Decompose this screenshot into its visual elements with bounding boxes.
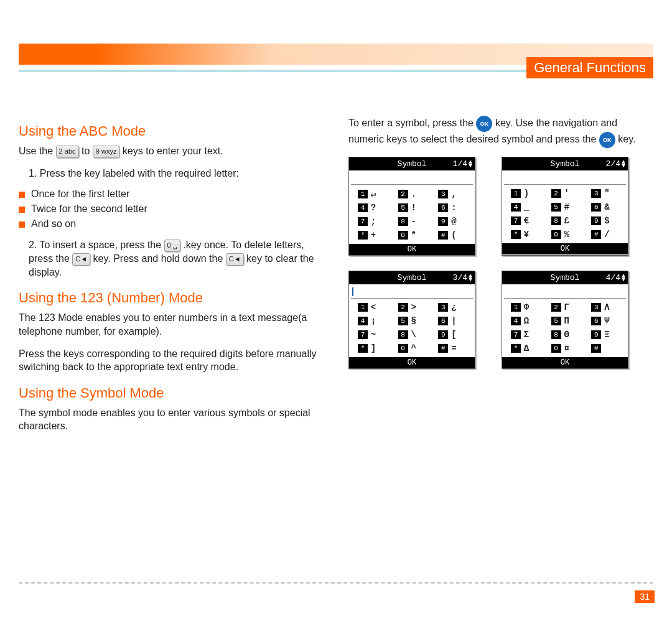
symbol-glyph: _ [523, 202, 530, 212]
symbol-glyph: ] [370, 343, 376, 353]
key-label: 6 [591, 203, 601, 212]
symbol-table-input [504, 172, 626, 185]
symbol-table-2: Symbol2/4▲▼1)2'3"4_5#6&7€8£9$*¥0%#/OK [502, 157, 628, 256]
abc-step2-c: key. Press and hold down the [93, 253, 226, 264]
symbol-table-grid: 1↵2.3,4?5!6:7;8-9@*+0*#( [349, 189, 475, 244]
key-clear-icon: C◄ [72, 253, 90, 266]
key-label: # [438, 344, 448, 353]
key-label: 1 [511, 303, 521, 312]
abc-bullet-1: Once for the first letter [19, 189, 324, 200]
symbol-table-3: Symbol3/4▲▼1<2>3¿4¡5§6|7~8\9[*]0^#=OK [348, 271, 475, 369]
symbol-cell: # [585, 343, 625, 353]
abc-mode-heading: Using the ABC Mode [19, 123, 324, 139]
sym-mode-p1: The symbol mode enables you to enter var… [19, 406, 324, 433]
abc-bullet-3: And so on [19, 218, 324, 230]
symbol-table-ok-label: OK [502, 243, 628, 254]
sym-r-a: To enter a symbol, press the [348, 118, 476, 128]
page-footer: 31 [19, 582, 653, 603]
symbol-cell: 4? [352, 203, 392, 213]
symbol-cell: 1< [352, 302, 392, 312]
symbol-glyph: / [604, 230, 610, 240]
symbol-table-ok-label: OK [349, 244, 475, 255]
symbol-cell: 2Γ [545, 302, 586, 312]
key-label: 2 [398, 303, 408, 312]
symbol-cell: 5# [545, 202, 586, 212]
symbol-cell: 3" [585, 189, 625, 198]
key-label: 5 [398, 203, 408, 212]
symbol-tables: Symbol1/4▲▼1↵2.3,4?5!6:7;8-9@*+0*#(OKSym… [348, 157, 653, 369]
page-number: 31 [635, 590, 655, 603]
left-column: Using the ABC Mode Use the 2 abc to 9 wx… [19, 112, 324, 442]
abc-step-2: 2. To insert a space, press the 0 ␣ .key… [19, 238, 324, 279]
key-label: 9 [438, 217, 448, 226]
symbol-glyph: ~ [370, 330, 376, 340]
abc-intro-b: to [82, 146, 93, 156]
symbol-cell: #= [432, 343, 472, 353]
symbol-table-ok-label: OK [349, 357, 475, 368]
symbol-cell: 1↵ [352, 189, 392, 199]
symbol-glyph: ^ [411, 343, 417, 353]
symbol-table-4: Symbol4/4▲▼1Φ2Γ3Λ4Ω5Π6Ψ7Σ8Θ9Ξ*Δ0¤#OK [502, 271, 628, 369]
key-label: 9 [591, 217, 601, 225]
symbol-cell: 5Π [545, 316, 586, 326]
symbol-glyph: $ [604, 216, 610, 226]
key-label: 6 [591, 317, 601, 325]
key-label: # [438, 231, 448, 240]
symbol-glyph: # [564, 202, 570, 212]
abc-intro-c: keys to enter your text. [123, 146, 223, 156]
symbol-table-input [351, 172, 473, 185]
num-mode-p2: Press the keys corresponding to the requ… [19, 347, 324, 374]
symbol-glyph: - [411, 217, 417, 226]
symbol-glyph: ; [370, 217, 376, 226]
key-label: 8 [398, 217, 408, 226]
key-label: 2 [551, 303, 561, 312]
symbol-glyph: [ [450, 330, 457, 340]
symbol-table-title: Symbol [398, 159, 427, 169]
symbol-glyph: Ψ [604, 316, 610, 326]
symbol-glyph: \ [411, 330, 417, 340]
symbol-glyph: > [411, 302, 417, 312]
symbol-cell: 9$ [585, 216, 625, 226]
key-0space-icon: 0 ␣ [164, 240, 180, 252]
sym-r-c: key. [618, 134, 635, 144]
symbol-cell: 4_ [505, 202, 545, 212]
symbol-cell: 2> [392, 302, 432, 312]
symbol-cell: 5§ [392, 316, 432, 326]
manual-page: General Functions Using the ABC Mode Use… [0, 0, 672, 624]
key-label: 5 [398, 317, 408, 325]
ok-button-icon: OK [476, 116, 492, 132]
symbol-cell: 3Λ [585, 302, 625, 312]
symbol-glyph: ¿ [450, 302, 457, 312]
symbol-glyph: Φ [523, 302, 530, 312]
symbol-cell: 7€ [505, 216, 545, 226]
symbol-glyph: = [450, 343, 457, 353]
symbol-glyph: * [411, 230, 417, 240]
symbol-glyph: , [450, 189, 457, 199]
symbol-table-ok-label: OK [502, 357, 628, 368]
symbol-glyph: . [411, 189, 417, 199]
symbol-table-input [351, 286, 473, 299]
abc-intro-a: Use the [19, 146, 56, 156]
symbol-cell: 0* [392, 230, 432, 240]
chevron-down-icon: ▼ [622, 278, 625, 282]
key-label: 0 [398, 344, 408, 353]
chevron-down-icon: ▼ [622, 164, 625, 168]
key-label: 3 [438, 303, 448, 312]
symbol-table-header: Symbol2/4▲▼ [502, 157, 628, 170]
right-column: To enter a symbol, press the OK key. Use… [348, 112, 653, 442]
key-label: 5 [551, 317, 561, 325]
key-label: 6 [438, 203, 448, 212]
symbol-glyph: Ω [523, 316, 530, 326]
key-label: 1 [358, 190, 368, 198]
symbol-glyph: Δ [523, 343, 530, 353]
key-label: 8 [551, 217, 561, 225]
key-label: 9 [438, 330, 448, 339]
key-9wxyz-icon: 9 wxyz [93, 146, 120, 158]
abc-step-1-label: 1. Press the key labeled with the requir… [29, 167, 324, 180]
symbol-glyph: < [370, 302, 376, 312]
symbol-glyph: Π [564, 316, 570, 326]
key-label: 0 [551, 230, 561, 239]
key-label: 4 [358, 203, 368, 212]
two-column-layout: Using the ABC Mode Use the 2 abc to 9 wx… [19, 112, 653, 442]
symbol-cell: 8£ [545, 216, 586, 226]
